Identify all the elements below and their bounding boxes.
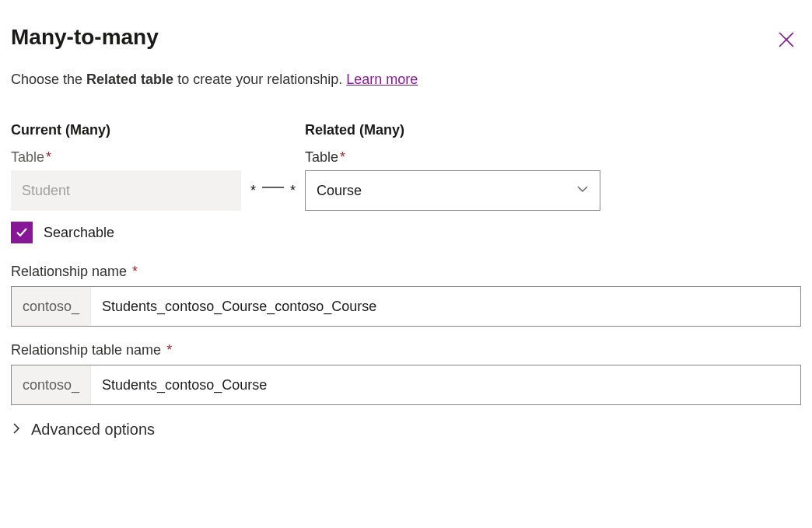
relationship-name-prefix: contoso_ — [12, 287, 91, 326]
current-table-label: Table* — [11, 149, 241, 166]
related-table-label: Table* — [305, 149, 600, 166]
related-heading: Related (Many) — [305, 122, 600, 138]
relationship-table-name-input[interactable] — [91, 365, 800, 404]
searchable-label: Searchable — [44, 225, 114, 241]
chevron-down-icon — [576, 183, 589, 199]
relationship-name-label: Relationship name * — [11, 264, 801, 280]
relationship-connector: * * — [250, 170, 296, 211]
learn-more-link[interactable]: Learn more — [346, 72, 418, 87]
check-icon — [15, 226, 29, 240]
connector-right-star: * — [290, 183, 296, 199]
relationship-table-name-field: contoso_ — [11, 365, 801, 405]
chevron-right-icon — [11, 423, 22, 437]
related-table-select[interactable]: Course — [305, 170, 600, 211]
page-title: Many-to-many — [11, 25, 159, 50]
current-column: Current (Many) Table* Student — [11, 122, 241, 211]
intro-text: Choose the Related table to create your … — [11, 72, 801, 88]
connector-line — [262, 187, 284, 188]
close-button[interactable] — [772, 25, 801, 54]
searchable-checkbox[interactable] — [11, 222, 33, 243]
relationship-name-field: contoso_ — [11, 286, 801, 327]
advanced-options-toggle[interactable]: Advanced options — [11, 421, 801, 439]
relationship-table-name-prefix: contoso_ — [12, 365, 91, 404]
connector-left-star: * — [250, 183, 256, 199]
relationship-table-name-label: Relationship table name * — [11, 342, 801, 358]
advanced-options-label: Advanced options — [31, 421, 155, 439]
relationship-name-input[interactable] — [91, 287, 800, 326]
current-table-value: Student — [11, 170, 241, 211]
related-table-selected: Course — [317, 183, 362, 199]
close-icon — [778, 31, 795, 48]
current-heading: Current (Many) — [11, 122, 241, 138]
related-column: Related (Many) Table* Course — [305, 122, 600, 211]
